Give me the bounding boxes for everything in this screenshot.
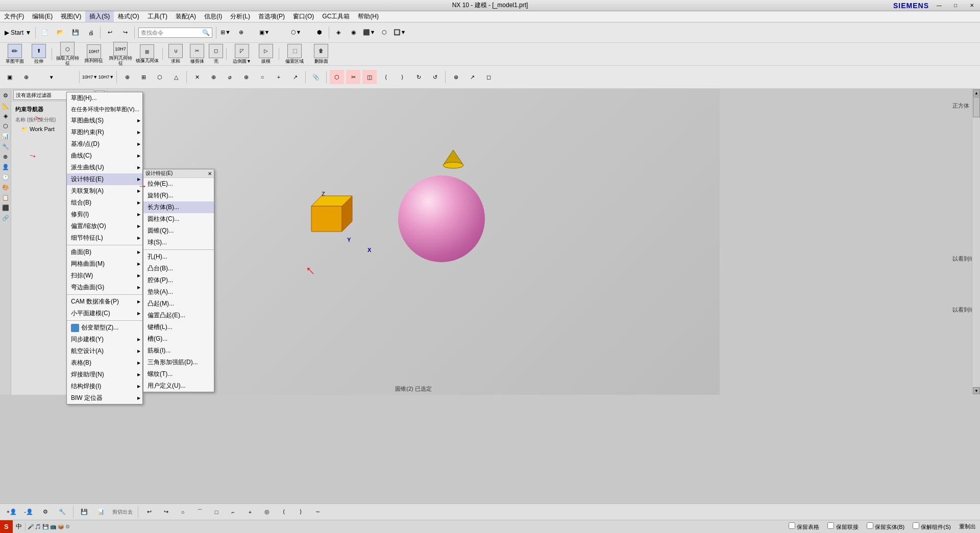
df-user-def[interactable]: 用户定义(U)...: [143, 380, 214, 392]
bt-corner[interactable]: ⌐: [226, 505, 240, 519]
df-boss[interactable]: 凸台(B)...: [143, 263, 214, 274]
menu-view[interactable]: 视图(V): [57, 11, 85, 22]
tb3-12[interactable]: ⊕: [239, 70, 253, 84]
array1-btn[interactable]: 10H7 阵列特征: [81, 44, 107, 64]
tb3-19[interactable]: ↻: [411, 70, 426, 84]
df-rib[interactable]: 筋板(I)...: [143, 345, 214, 357]
menu-analysis[interactable]: 分析(L): [226, 11, 254, 22]
menu-datum[interactable]: 基准/点(D)▶: [67, 138, 142, 150]
status-mode3[interactable]: 保留实体(B): [863, 522, 909, 531]
shell-btn[interactable]: ◻ 壳: [208, 44, 224, 65]
sphere-object[interactable]: [398, 175, 485, 262]
menu-curves[interactable]: 曲线(C)▶: [67, 150, 142, 162]
save-btn[interactable]: 💾: [68, 26, 83, 40]
snap-btn[interactable]: ⊕: [234, 26, 248, 40]
print-btn[interactable]: 🖨: [84, 26, 98, 40]
delete-body-btn[interactable]: 🗑 删除面: [308, 44, 334, 65]
scrollbar-thumb[interactable]: [973, 97, 980, 117]
bt-dotcircle[interactable]: ◎: [260, 505, 274, 519]
bt-redo[interactable]: ↪: [159, 505, 173, 519]
menu-gctoolbox[interactable]: GC工具箱: [318, 11, 354, 22]
menu-sketch-constraints[interactable]: 草图约束(R)▶: [67, 126, 142, 138]
df-triangle-rib[interactable]: 三角形加强筋(D)...: [143, 357, 214, 368]
tb3-9[interactable]: ✕: [190, 70, 204, 84]
bt-remove[interactable]: -👤: [21, 505, 36, 519]
tb3-red3[interactable]: ◫: [362, 70, 377, 84]
tb3-6[interactable]: ⊞: [136, 70, 151, 84]
menu-flange-surface[interactable]: 弯边曲面(G)▶: [67, 282, 142, 293]
left-icon-9[interactable]: 🕐: [1, 172, 10, 182]
tb3-17[interactable]: ⟨: [379, 70, 393, 84]
bt-settings[interactable]: ⚙: [38, 505, 53, 519]
cube-object[interactable]: [301, 191, 362, 252]
menu-prefs[interactable]: 首选项(P): [254, 11, 289, 22]
menu-sketch[interactable]: 草图(H)...: [67, 92, 142, 104]
tb3-select[interactable]: ▼: [35, 70, 76, 84]
bt-undo[interactable]: ↩: [142, 505, 156, 519]
render5[interactable]: 🔲▼: [393, 26, 407, 40]
feature2[interactable]: ⬡▼: [281, 26, 311, 40]
tb3-14[interactable]: +: [272, 70, 286, 84]
df-protrusion[interactable]: 凸起(M)...: [143, 298, 214, 310]
bt-add[interactable]: +👤: [5, 505, 19, 519]
open-btn[interactable]: 📂: [53, 26, 67, 40]
menu-morph[interactable]: 创变塑型(Z)...: [67, 322, 142, 334]
bt-right-angle[interactable]: ⟩: [293, 505, 308, 519]
undo-btn[interactable]: ↩: [103, 26, 117, 40]
left-icon-8[interactable]: 👤: [1, 162, 10, 171]
search-input[interactable]: [141, 30, 202, 36]
left-icon-1[interactable]: ⚙: [1, 91, 10, 100]
tb3-11[interactable]: ⌀: [223, 70, 237, 84]
left-icon-7[interactable]: ⊕: [1, 152, 10, 161]
tb3-red2[interactable]: ✂: [346, 70, 360, 84]
render4[interactable]: ⬡: [377, 26, 391, 40]
menu-help[interactable]: 帮助(H): [354, 11, 383, 22]
menu-edit[interactable]: 编辑(E): [28, 11, 57, 22]
render3[interactable]: ⬛▼: [362, 26, 376, 40]
tb3-4[interactable]: 10H7▼: [99, 70, 113, 84]
feature3[interactable]: ⬢: [312, 26, 327, 40]
menu-format[interactable]: 格式(O): [114, 11, 143, 22]
menu-offset-scale[interactable]: 偏置/缩放(O)▶: [67, 220, 142, 232]
menu-sketch-curves[interactable]: 草图曲线(S)▶: [67, 115, 142, 126]
menu-insert[interactable]: 插入(S): [85, 11, 114, 22]
view-options[interactable]: ⊞▼: [218, 26, 233, 40]
tb3-22[interactable]: ↗: [465, 70, 479, 84]
df-block[interactable]: 长方体(B)...: [143, 201, 214, 213]
bt-wave[interactable]: ∼: [310, 505, 325, 519]
close-button[interactable]: ✕: [964, 0, 980, 11]
menu-mesh-surface[interactable]: 网格曲面(M)▶: [67, 258, 142, 270]
left-icon-2[interactable]: 📐: [1, 101, 10, 110]
menu-biw[interactable]: BIW 定位器▶: [67, 392, 142, 404]
status-mode2[interactable]: 保留联接: [823, 522, 862, 531]
offset-btn[interactable]: ⬚ 偏置区域: [282, 44, 307, 65]
tb3-20[interactable]: ↺: [428, 70, 442, 84]
menu-weld-assist[interactable]: 焊接助理(N)▶: [67, 369, 142, 380]
df-offset-protrusion[interactable]: 偏置凸起(E)...: [143, 310, 214, 321]
minimize-button[interactable]: —: [931, 0, 947, 11]
left-icon-3[interactable]: ◈: [1, 111, 10, 120]
tb3-10[interactable]: ⊕: [206, 70, 220, 84]
status-cb4[interactable]: [913, 522, 919, 529]
start-btn[interactable]: ▶ Start ▼: [3, 26, 33, 40]
left-icon-4[interactable]: ⬡: [1, 121, 10, 131]
left-icon-11[interactable]: 📋: [1, 193, 10, 202]
bt-left-angle[interactable]: ⟨: [277, 505, 291, 519]
extrude-btn[interactable]: ⬆ 拉伸: [29, 44, 49, 65]
bt-circle[interactable]: ○: [176, 505, 190, 519]
menu-assoc-copy[interactable]: 关联复制(A)▶: [67, 185, 142, 197]
cone-object[interactable]: [438, 150, 469, 172]
submenu-close-btn[interactable]: ✕: [208, 171, 212, 176]
left-icon-13[interactable]: 🔗: [1, 213, 10, 222]
df-pocket[interactable]: 腔体(P)...: [143, 274, 214, 286]
df-slot[interactable]: 键槽(L)...: [143, 321, 214, 333]
df-pad[interactable]: 垫块(A)...: [143, 286, 214, 298]
tb3-18[interactable]: ⟩: [395, 70, 409, 84]
status-cb2[interactable]: [827, 522, 834, 529]
menu-aero[interactable]: 航空设计(A)▶: [67, 345, 142, 357]
bt-6[interactable]: 📊: [94, 505, 108, 519]
menu-surface[interactable]: 曲面(B)▶: [67, 246, 142, 258]
menu-sweep[interactable]: 扫掠(W)▶: [67, 270, 142, 282]
right-scrollbar[interactable]: ▲ ▼: [972, 89, 980, 395]
redo-btn[interactable]: ↪: [118, 26, 132, 40]
